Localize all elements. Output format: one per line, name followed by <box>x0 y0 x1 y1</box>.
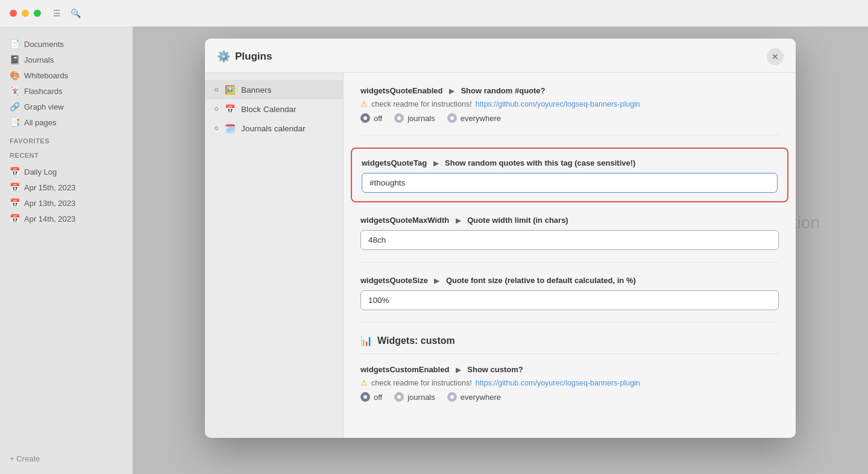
modal-sidebar: 🖼️ Banners 📅 Block Calendar 🗓️ Journals … <box>205 73 344 438</box>
widgets-custom-icon: 📊 <box>360 335 373 346</box>
custom-warning-icon: ⚠ <box>360 378 368 387</box>
plugins-title-icon: ⚙️ <box>217 50 230 63</box>
sidebar-item-whiteboards[interactable]: 🎨 Whiteboards <box>0 67 133 83</box>
quote-enabled-radio-group: off journals everywhere <box>360 113 779 123</box>
title-bar: ☰ 🔍 <box>0 0 868 27</box>
custom-enabled-off-option[interactable]: off <box>360 392 382 402</box>
sidebar-item-daily-log[interactable]: 📅 Daily Log <box>0 164 133 179</box>
custom-enabled-link[interactable]: https://github.com/yoyurec/logseq-banner… <box>476 379 640 387</box>
block-calendar-dot <box>215 107 218 111</box>
modal-sidebar-item-banners[interactable]: 🖼️ Banners <box>205 80 343 99</box>
whiteboards-icon: 🎨 <box>10 70 19 80</box>
sidebar-label-apr14: Apr 14th, 2023 <box>24 214 75 223</box>
main-content: before destination ⚙️ Plugins ✕ <box>133 27 868 474</box>
quote-enabled-arrow: ▶ <box>449 87 454 95</box>
journals-calendar-dot <box>215 126 218 130</box>
custom-enabled-everywhere-option[interactable]: everywhere <box>447 392 501 402</box>
widgets-custom-label: Widgets: custom <box>377 335 455 346</box>
journals-icon: 📓 <box>10 55 19 64</box>
quote-max-width-arrow: ▶ <box>456 216 461 225</box>
quote-enabled-journals-radio[interactable] <box>394 113 404 123</box>
create-button[interactable]: + Create <box>0 451 49 467</box>
quote-max-width-input[interactable] <box>360 230 779 250</box>
minimize-window-button[interactable] <box>22 10 29 17</box>
settings-row-header: widgetsQuoteEnabled ▶ Show random #quote… <box>360 85 779 96</box>
quote-enabled-link[interactable]: https://github.com/yoyurec/logseq-banner… <box>476 100 640 108</box>
quote-size-key: widgetsQuoteSize <box>360 276 428 285</box>
all-pages-icon: 📑 <box>10 117 19 127</box>
modal-close-button[interactable]: ✕ <box>767 48 784 65</box>
sidebar-label-journals: Journals <box>24 55 54 64</box>
quote-size-input[interactable] <box>360 290 779 310</box>
quote-enabled-journals-label: journals <box>407 114 435 123</box>
traffic-lights <box>10 10 41 17</box>
settings-row-quote-enabled: widgetsQuoteEnabled ▶ Show random #quote… <box>360 85 779 136</box>
block-calendar-icon: 📅 <box>224 104 235 114</box>
quote-enabled-off-option[interactable]: off <box>360 113 382 123</box>
custom-enabled-radio-group: off journals everywhere <box>360 392 779 402</box>
sidebar-item-all-pages[interactable]: 📑 All pages <box>0 114 133 130</box>
quote-max-width-key: widgetsQuoteMaxWidth <box>360 216 449 225</box>
recent-section-label: RECENT <box>0 147 133 161</box>
custom-enabled-arrow: ▶ <box>456 366 461 374</box>
custom-enabled-journals-option[interactable]: journals <box>394 392 435 402</box>
modal-sidebar-item-journals-calendar[interactable]: 🗓️ Journals calendar <box>205 119 343 138</box>
sidebar-label-daily-log: Daily Log <box>24 167 57 176</box>
banners-dot <box>215 88 218 92</box>
settings-row-custom-enabled: widgetsCustomEnabled ▶ Show custom? ⚠ ch… <box>360 364 779 414</box>
search-icon[interactable]: 🔍 <box>71 8 81 18</box>
warning-icon: ⚠ <box>360 99 368 108</box>
daily-log-icon: 📅 <box>10 167 19 176</box>
modal-overlay: ⚙️ Plugins ✕ 🖼️ Banners <box>133 27 868 474</box>
widgets-custom-heading: 📊 Widgets: custom <box>360 335 779 354</box>
banners-icon: 🖼️ <box>224 84 235 95</box>
favorites-section-label: FAVORITES <box>0 133 133 147</box>
settings-row-quote-max-width: widgetsQuoteMaxWidth ▶ Quote width limit… <box>360 214 779 263</box>
custom-enabled-everywhere-radio[interactable] <box>447 392 457 402</box>
quote-enabled-everywhere-radio[interactable] <box>447 113 457 123</box>
modal-title: ⚙️ Plugins <box>217 50 272 63</box>
sidebar-nav-section: 📄 Documents 📓 Journals 🎨 Whiteboards 🃏 F… <box>0 34 133 133</box>
custom-enabled-journals-radio[interactable] <box>394 392 404 402</box>
recent-section: 📅 Daily Log 📅 Apr 15th, 2023 📅 Apr 13th,… <box>0 161 133 229</box>
plugins-modal: ⚙️ Plugins ✕ 🖼️ Banners <box>205 39 796 438</box>
quote-enabled-key: widgetsQuoteEnabled <box>360 86 443 95</box>
close-window-button[interactable] <box>10 10 17 17</box>
sidebar-label-apr13: Apr 13th, 2023 <box>24 199 75 208</box>
sidebar-label-graph-view: Graph view <box>24 102 64 111</box>
sidebar-toggle-icon[interactable]: ☰ <box>53 8 61 18</box>
quote-enabled-warning: ⚠ check readme for instructions! https:/… <box>360 99 779 108</box>
custom-enabled-off-label: off <box>374 393 382 402</box>
modal-sidebar-item-block-calendar[interactable]: 📅 Block Calendar <box>205 99 343 119</box>
sidebar-item-documents[interactable]: 📄 Documents <box>0 36 133 52</box>
banners-label: Banners <box>241 86 271 95</box>
sidebar-item-apr13[interactable]: 📅 Apr 13th, 2023 <box>0 195 133 211</box>
apr13-icon: 📅 <box>10 198 19 208</box>
sidebar-label-whiteboards: Whiteboards <box>24 71 68 80</box>
custom-enabled-journals-label: journals <box>407 393 435 402</box>
maximize-window-button[interactable] <box>34 10 41 17</box>
modal-settings-panel: widgetsQuoteEnabled ▶ Show random #quote… <box>344 73 796 438</box>
sidebar-item-apr15[interactable]: 📅 Apr 15th, 2023 <box>0 179 133 195</box>
custom-enabled-key: widgetsCustomEnabled <box>360 365 449 374</box>
settings-row-custom-enabled-header: widgetsCustomEnabled ▶ Show custom? <box>360 364 779 375</box>
custom-enabled-off-radio[interactable] <box>360 392 370 402</box>
modal-body: 🖼️ Banners 📅 Block Calendar 🗓️ Journals … <box>205 73 796 438</box>
quote-enabled-desc: Show random #quote? <box>461 86 545 95</box>
quote-size-arrow: ▶ <box>434 276 439 285</box>
quote-enabled-off-radio[interactable] <box>360 113 370 123</box>
quote-tag-input[interactable] <box>362 173 778 193</box>
quote-size-desc: Quote font size (relative to default cal… <box>446 276 636 285</box>
sidebar-item-journals[interactable]: 📓 Journals <box>0 52 133 67</box>
warning-text: check readme for instructions! <box>371 100 472 108</box>
sidebar-item-graph-view[interactable]: 🔗 Graph view <box>0 99 133 114</box>
sidebar-item-apr14[interactable]: 📅 Apr 14th, 2023 <box>0 211 133 226</box>
sidebar-item-flashcards[interactable]: 🃏 Flashcards <box>0 83 133 99</box>
quote-tag-desc: Show random quotes with this tag (case s… <box>445 158 635 167</box>
settings-row-quote-size-header: widgetsQuoteSize ▶ Quote font size (rela… <box>360 275 779 285</box>
quote-enabled-everywhere-option[interactable]: everywhere <box>447 113 501 123</box>
quote-enabled-off-label: off <box>374 114 382 123</box>
quote-enabled-journals-option[interactable]: journals <box>394 113 435 123</box>
quote-tag-key: widgetsQuoteTag <box>362 158 427 167</box>
sidebar-label-apr15: Apr 15th, 2023 <box>24 183 75 192</box>
